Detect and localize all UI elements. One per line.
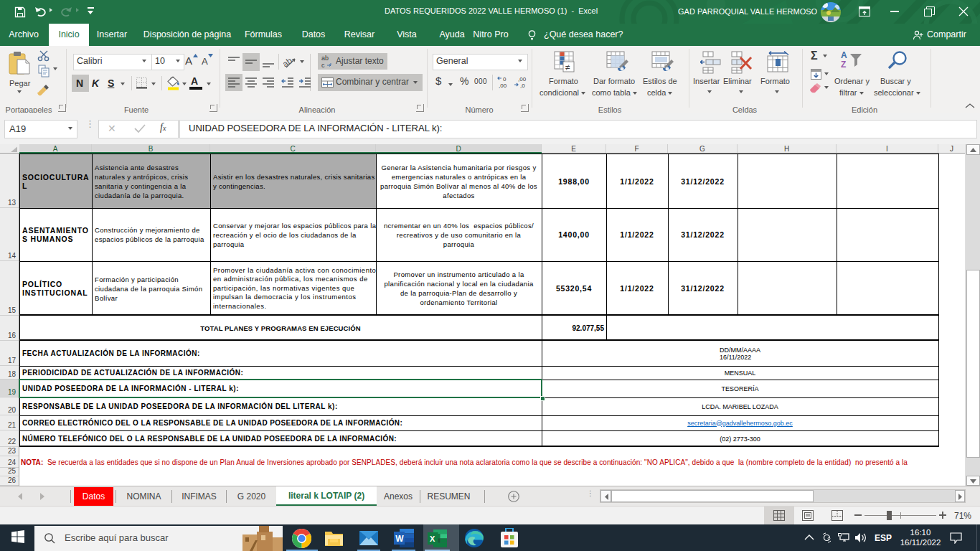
svg-text:X: X	[430, 534, 435, 543]
svg-text:c: c	[321, 62, 325, 69]
svg-text:,00: ,00	[518, 76, 527, 83]
svg-text:0: 0	[503, 76, 507, 83]
svg-text:A: A	[841, 50, 847, 60]
svg-text:ab: ab	[321, 55, 329, 62]
svg-text:,00: ,00	[499, 83, 507, 89]
svg-text:Z: Z	[841, 60, 846, 70]
svg-text:W: W	[395, 534, 404, 544]
svg-text:≠: ≠	[565, 62, 570, 72]
svg-text:ab: ab	[283, 55, 294, 69]
svg-text:,0: ,0	[520, 83, 525, 89]
